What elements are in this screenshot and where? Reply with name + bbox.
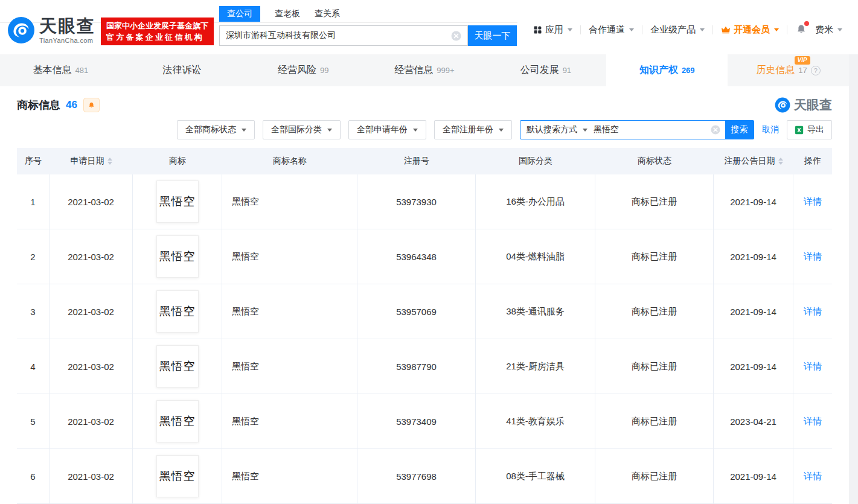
trademark-search-field[interactable] (594, 121, 706, 139)
intl-class: 41类-教育娱乐 (476, 394, 595, 448)
tab-business-risk[interactable]: 经营风险 99 (243, 54, 364, 86)
tianyancha-watermark-icon (775, 97, 790, 113)
sort-icon[interactable] (107, 158, 112, 165)
trademark-search-input[interactable] (594, 125, 706, 135)
trademark-name: 黑悟空 (222, 229, 357, 284)
announce-date: 2021-09-14 (714, 449, 793, 503)
trademark-image[interactable]: 黑悟空 (156, 345, 199, 388)
detail-link[interactable]: 详情 (804, 416, 822, 427)
company-search-box[interactable] (219, 25, 468, 46)
vip-badge: VIP (795, 56, 810, 65)
table-row: 4 2021-03-02 黑悟空 黑悟空 53987790 21类-厨房洁具 商… (17, 339, 832, 394)
export-button[interactable]: 导出 (787, 120, 832, 139)
col-reg-no: 注册号 (357, 148, 476, 174)
watermark-text: 天眼查 (794, 97, 832, 113)
row-index: 5 (17, 394, 50, 448)
tianyan-search-button[interactable]: 天眼一下 (468, 25, 517, 46)
trademark-status: 商标已注册 (595, 339, 714, 394)
nav-apps[interactable]: 应用 (533, 24, 572, 36)
gov-badge-line1: 国家中小企业发展子基金旗下 (106, 20, 208, 31)
tab-business-info[interactable]: 经营信息 999+ (364, 54, 485, 86)
filter-apply-year[interactable]: 全部申请年份 (348, 120, 426, 139)
tab-count: 999+ (437, 66, 454, 75)
apps-grid-icon (533, 25, 542, 34)
notification-bell[interactable] (795, 24, 807, 36)
trademark-image[interactable]: 黑悟空 (156, 455, 199, 497)
nav-enterprise-label: 企业级产品 (650, 24, 696, 36)
intl-class: 04类-燃料油脂 (476, 229, 595, 284)
header-search-module: 查公司 查老板 查关系 天眼一下 (219, 5, 517, 46)
trademark-name: 黑悟空 (222, 174, 357, 229)
search-button[interactable]: 搜索 (725, 121, 754, 139)
tab-legal-proceedings[interactable]: 法律诉讼 (121, 54, 243, 86)
nav-open-vip[interactable]: 开通会员 (721, 24, 779, 36)
search-tab-boss[interactable]: 查老板 (275, 6, 300, 22)
apply-date: 2021-03-02 (50, 449, 133, 503)
tab-label: 基本信息 (33, 64, 72, 77)
search-tab-relation[interactable]: 查关系 (315, 6, 340, 22)
crown-icon (721, 25, 731, 34)
registration-number: 53977698 (357, 449, 476, 503)
chevron-down-icon (837, 28, 842, 31)
cancel-link[interactable]: 取消 (762, 124, 779, 135)
announce-date: 2021-09-14 (714, 229, 793, 284)
table-row: 5 2021-03-02 黑悟空 黑悟空 53973409 41类-教育娱乐 商… (17, 394, 832, 449)
trademark-status: 商标已注册 (595, 284, 714, 339)
tab-count: 481 (75, 66, 89, 75)
filter-label: 全部申请年份 (357, 124, 408, 135)
col-announce-date[interactable]: 注册公告日期 (714, 148, 793, 174)
logo-subtitle: TianYanCha.com (39, 37, 95, 44)
chevron-down-icon (413, 129, 418, 132)
nav-divider (712, 25, 713, 34)
filter-trademark-status[interactable]: 全部商标状态 (177, 120, 255, 139)
clear-trademark-search[interactable] (706, 121, 725, 139)
detail-link[interactable]: 详情 (804, 361, 822, 372)
col-apply-date[interactable]: 申请日期 (50, 148, 133, 174)
trademark-image[interactable]: 黑悟空 (156, 400, 199, 442)
trademark-alert-button[interactable] (83, 98, 100, 112)
detail-link[interactable]: 详情 (804, 196, 822, 208)
announce-date: 2021-09-14 (714, 284, 793, 339)
company-section-tabs: 基本信息 481 法律诉讼 经营风险 99 经营信息 999+ 公司发展 91 … (0, 54, 849, 86)
filter-register-year[interactable]: 全部注册年份 (434, 120, 512, 139)
nav-vip-label: 开通会员 (734, 24, 770, 36)
watermark-logo: 天眼查 (775, 97, 832, 113)
nav-divider (642, 25, 642, 34)
detail-link[interactable]: 详情 (804, 471, 822, 482)
tianyancha-logo[interactable]: 天眼查 TianYanCha.com (7, 16, 95, 44)
chevron-down-icon (629, 28, 634, 31)
apply-date: 2021-03-02 (50, 284, 133, 339)
search-mode-dropdown[interactable]: 默认搜索方式 (520, 121, 594, 139)
intl-class: 08类-手工器械 (476, 449, 595, 503)
tab-company-development[interactable]: 公司发展 91 (485, 54, 606, 86)
nav-divider (787, 25, 787, 34)
trademark-image[interactable]: 黑悟空 (156, 290, 199, 333)
search-tab-company[interactable]: 查公司 (219, 6, 260, 22)
trademark-image[interactable]: 黑悟空 (156, 235, 199, 278)
trademark-search-group: 默认搜索方式 搜索 (520, 120, 754, 139)
bell-icon (88, 101, 95, 109)
detail-link[interactable]: 详情 (804, 251, 822, 263)
trademark-status: 商标已注册 (595, 449, 714, 503)
nav-user-menu[interactable]: 费米 (815, 24, 842, 36)
trademark-image[interactable]: 黑悟空 (156, 180, 199, 223)
tab-basic-info[interactable]: 基本信息 481 (0, 54, 121, 86)
tab-intellectual-property[interactable]: 知识产权 269 (606, 54, 728, 86)
clear-search-icon[interactable] (451, 31, 461, 41)
filter-label: 全部国际分类 (271, 124, 322, 135)
nav-divider (580, 25, 581, 34)
company-search-input[interactable] (226, 31, 451, 40)
sort-icon[interactable] (778, 158, 783, 165)
nav-partner-label: 合作通道 (589, 24, 625, 36)
table-row: 3 2021-03-02 黑悟空 黑悟空 53957069 38类-通讯服务 商… (17, 284, 832, 339)
apply-date: 2021-03-02 (50, 174, 133, 229)
help-question-icon[interactable]: ? (811, 66, 821, 75)
filter-intl-class[interactable]: 全部国际分类 (263, 120, 341, 139)
nav-partner-channel[interactable]: 合作通道 (589, 24, 634, 36)
gov-certification-badge: 国家中小企业发展子基金旗下 官方备案企业征信机构 (101, 18, 214, 45)
tab-history-info[interactable]: VIP 历史信息 17 ? (728, 54, 849, 86)
apply-date: 2021-03-02 (50, 339, 133, 394)
chevron-down-icon (774, 28, 779, 31)
nav-enterprise-products[interactable]: 企业级产品 (650, 24, 705, 36)
detail-link[interactable]: 详情 (804, 306, 822, 317)
